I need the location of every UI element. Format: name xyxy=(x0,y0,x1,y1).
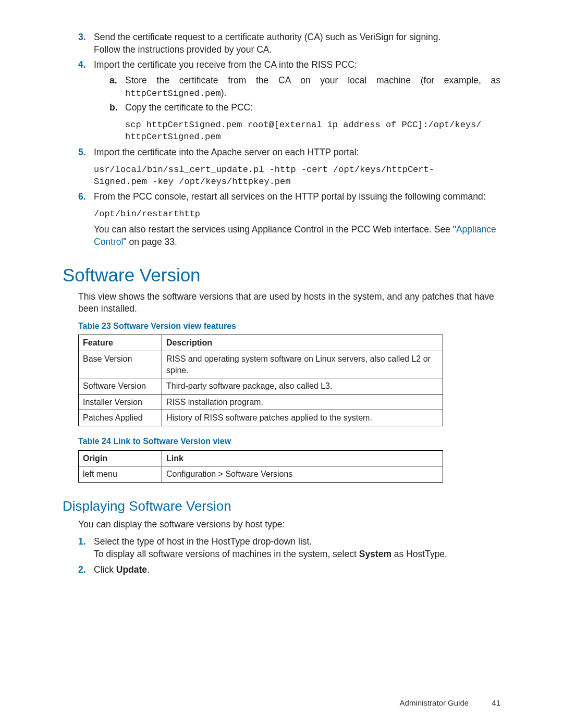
text: ). xyxy=(221,88,227,98)
step-body: Import the certificate into the Apache s… xyxy=(94,146,500,188)
text: " on page 33. xyxy=(123,237,177,247)
code-block: /opt/bin/restarthttp xyxy=(94,208,500,220)
code-block: scp httpCertSigned.pem root@[external ip… xyxy=(125,119,500,143)
table-cell: RISS installation program. xyxy=(162,394,443,410)
table-cell: left menu xyxy=(79,466,162,483)
text-bold: Update xyxy=(116,564,147,575)
footer-title: Administrator Guide xyxy=(400,698,469,707)
display-step-1: 1. Select the type of host in the HostTy… xyxy=(78,536,500,560)
step-3: 3. Send the certificate request to a cer… xyxy=(78,31,500,56)
subsection-intro: You can display the software versions by… xyxy=(78,519,500,531)
table-row: Base Version RISS and operating system s… xyxy=(79,351,443,378)
step-number: 3. xyxy=(78,31,93,44)
table-cell: Base Version xyxy=(79,351,162,378)
code-inline: httpCertSigned.pem xyxy=(125,89,221,98)
step-body: From the PCC console, restart all servic… xyxy=(94,191,500,248)
table-header: Link xyxy=(162,450,443,466)
page-number: 41 xyxy=(492,698,500,707)
text: . xyxy=(147,564,150,575)
section-title-software-version: Software Version xyxy=(63,263,500,287)
text: Follow the instructions provided by your… xyxy=(94,44,272,55)
page-footer: Administrator Guide 41 xyxy=(400,698,500,708)
table-cell: Software Version xyxy=(79,378,162,394)
table-cell: Configuration > Software Versions xyxy=(162,466,443,483)
table-row: Software Version Third-party software pa… xyxy=(79,378,443,394)
table-row: left menu Configuration > Software Versi… xyxy=(79,466,443,483)
text: You can also restart the services using … xyxy=(94,224,456,235)
sub-number: b. xyxy=(109,102,123,114)
section-intro: This view shows the software versions th… xyxy=(78,291,500,315)
table-header-row: Feature Description xyxy=(79,335,443,351)
text: as HostType. xyxy=(391,549,447,559)
sub-body: Copy the certificate to the PCC: scp htt… xyxy=(125,102,500,143)
table24: Origin Link left menu Configuration > So… xyxy=(78,450,443,483)
text: To display all software versions of mach… xyxy=(94,549,359,559)
table-header: Origin xyxy=(79,450,162,466)
code-block: usr/local/bin/ssl_cert_update.pl -http -… xyxy=(94,164,500,188)
table-cell: Installer Version xyxy=(79,394,162,410)
sub-list: a. Store the certificate from the CA on … xyxy=(109,75,500,143)
ordered-list-main: 3. Send the certificate request to a cer… xyxy=(78,31,500,248)
sub-number: a. xyxy=(109,75,123,87)
step-number: 1. xyxy=(78,536,93,548)
sub-body: Store the certificate from the CA on you… xyxy=(125,75,500,100)
text: Import the certificate into the Apache s… xyxy=(94,147,359,157)
text: From the PCC console, restart all servic… xyxy=(94,191,486,202)
step-body: Select the type of host in the HostType … xyxy=(94,536,500,560)
text: Click xyxy=(94,564,116,575)
table-row: Patches Applied History of RISS software… xyxy=(79,410,443,426)
table-cell: Third-party software package, also calle… xyxy=(162,378,443,394)
step-body: Click Update. xyxy=(94,564,500,576)
step-4b: b. Copy the certificate to the PCC: scp … xyxy=(109,102,500,143)
step-4a: a. Store the certificate from the CA on … xyxy=(109,75,500,100)
subsection-title-displaying: Displaying Software Version xyxy=(63,497,500,515)
display-step-2: 2. Click Update. xyxy=(78,564,500,576)
text: Import the certificate you receive from … xyxy=(94,59,357,70)
step-number: 4. xyxy=(78,59,93,71)
step-6: 6. From the PCC console, restart all ser… xyxy=(78,191,500,248)
table-header: Description xyxy=(162,335,443,351)
step-body: Send the certificate request to a certif… xyxy=(94,31,500,56)
step-body: Import the certificate you receive from … xyxy=(94,59,500,143)
table-header-row: Origin Link xyxy=(79,450,443,466)
step-number: 2. xyxy=(78,564,93,576)
table-cell: Patches Applied xyxy=(79,410,162,426)
step-4: 4. Import the certificate you receive fr… xyxy=(78,59,500,143)
ordered-list-display: 1. Select the type of host in the HostTy… xyxy=(78,536,500,576)
step-number: 5. xyxy=(78,146,93,159)
step-number: 6. xyxy=(78,191,93,203)
text: Send the certificate request to a certif… xyxy=(94,32,440,42)
text: Select the type of host in the HostType … xyxy=(94,536,312,547)
table-cell: RISS and operating system software on Li… xyxy=(162,351,443,378)
table-row: Installer Version RISS installation prog… xyxy=(79,394,443,410)
table23-caption: Table 23 Software Version view features xyxy=(78,320,500,332)
table-cell: History of RISS software patches applied… xyxy=(162,410,443,426)
step-5: 5. Import the certificate into the Apach… xyxy=(78,146,500,188)
page: 3. Send the certificate request to a cer… xyxy=(0,0,563,728)
text: Copy the certificate to the PCC: xyxy=(125,102,253,113)
text-bold: System xyxy=(359,549,391,559)
text: Store the certificate from the CA on you… xyxy=(125,75,500,85)
table24-caption: Table 24 Link to Software Version view xyxy=(78,436,500,447)
table23: Feature Description Base Version RISS an… xyxy=(78,335,443,426)
table-header: Feature xyxy=(79,335,162,351)
